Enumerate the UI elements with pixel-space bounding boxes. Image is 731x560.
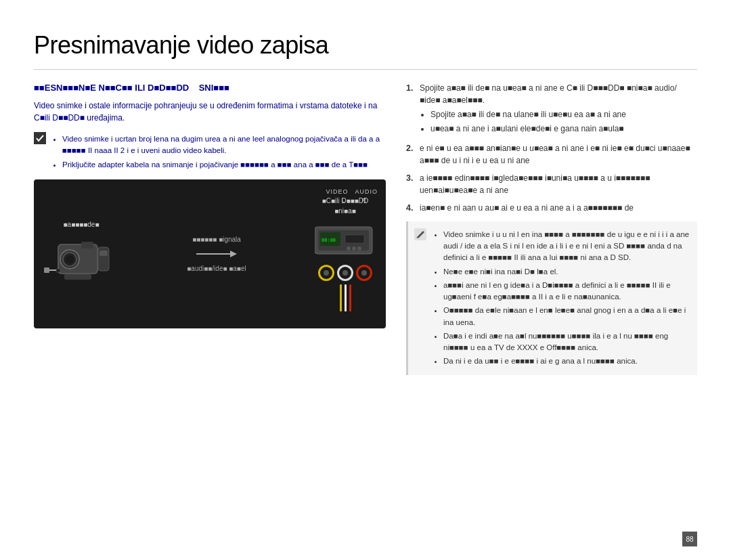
page-number-area: 88 (682, 532, 697, 546)
step-3-num: 3. (406, 172, 416, 185)
rca-red (356, 265, 372, 281)
section-heading: ■■ESN■■■N■E N■■C■■ ILI D■D■■DD SNI■■■ (34, 82, 386, 94)
svg-rect-8 (64, 274, 91, 280)
step-3-text: a ie■■■■ edin■■■■ i■gleda■e■■■ i■uni■a u… (420, 172, 697, 196)
step-2: 2. e ni e■ u ea a■■■ an■ian■e u u■ea■ a … (406, 142, 697, 167)
dvd-svg: 00:00 (315, 220, 376, 261)
note-list-item-1: Video snimke i ucrtan broj lena na dugim… (62, 133, 386, 157)
camcorder-svg (44, 234, 118, 288)
page-number-box: 88 (682, 532, 697, 546)
note-right-item-5: Da■a i e indi a■e na a■l nu■■■■■■ u■■■■ … (443, 330, 692, 354)
note-right-item-3: a■■■i ane ni l en g ide■a i a D■i■■■■ a … (443, 280, 692, 303)
step-1-text: Spojite a■a■ ili de■ na u■ea■ a ni ane e… (420, 82, 697, 137)
step-3: 3. a ie■■■■ edin■■■■ i■gleda■e■■■ i■uni■… (406, 172, 697, 196)
device-area: ■C■ili D■■■DD■ni■a■ 00:00 (315, 196, 376, 311)
steps-section: 1. Spojite a■a■ ili de■ na u■ea■ a ni an… (406, 82, 697, 375)
svg-marker-13 (230, 251, 237, 257)
diagram-box: VIDEO AUDIO L R ■a■■■■de■ (34, 179, 386, 328)
pencil-icon (414, 228, 427, 241)
camcorder-label: ■a■■■■de■ (64, 219, 99, 230)
svg-point-20 (352, 246, 356, 251)
svg-point-4 (66, 255, 74, 263)
note-box-1: Video snimke i ucrtan broj lena na dugim… (34, 131, 386, 173)
step-4: 4. ia■en■ e ni aan u au■ ai e u ea a ni … (406, 202, 697, 215)
cable-label: ■audi■■/ide■ ■a■el (187, 263, 246, 274)
step-2-num: 2. (406, 142, 416, 155)
arrow-area: ■■■■■■ ■ignala ■audi■■/ide■ ■a■el (187, 234, 246, 274)
note-text-right: Video snimke i u u ni l en ina ■■■■ a ■■… (433, 227, 692, 370)
note-box-right: Video snimke i u u ni l en ina ■■■■ a ■■… (406, 221, 697, 375)
right-column: 1. Spojite a■a■ ili de■ na u■ea■ a ni an… (406, 82, 697, 375)
step-2-text: e ni e■ u ea a■■■ an■ian■e u u■ea■ a ni … (420, 142, 697, 167)
svg-point-19 (347, 246, 351, 251)
camcorder-area: ■a■■■■de■ (44, 219, 118, 288)
main-content: ■■ESN■■■N■E N■■C■■ ILI D■D■■DD SNI■■■ Vi… (34, 82, 697, 375)
svg-point-21 (357, 246, 361, 251)
wire-white (345, 284, 347, 311)
step-1: 1. Spojite a■a■ ili de■ na u■ea■ a ni an… (406, 82, 697, 137)
rca-connectors (318, 265, 372, 281)
note-right-item-1: Video snimke i u u ni l en ina ■■■■ a ■■… (443, 229, 692, 264)
rca-group (318, 265, 372, 311)
note-text-1: Video snimke i ucrtan broj lena na dugim… (51, 131, 386, 173)
note-list-item-2: Priključite adapter kabela na snimanje i… (62, 159, 386, 171)
svg-rect-9 (56, 269, 60, 272)
arrow-svg (196, 247, 237, 261)
signal-label: ■■■■■■ ■ignala (192, 234, 241, 244)
step-4-text: ia■en■ e ni aan u au■ ai e u ea a ni ane… (420, 202, 634, 214)
video-audio-label: VIDEO AUDIO L R (326, 188, 378, 206)
svg-rect-11 (44, 267, 49, 273)
step-1-bullet-2: u■ea■ a ni ane i a■ulani ele■de■i e gana… (430, 123, 697, 135)
rca-wires (340, 284, 351, 311)
step-1-num: 1. (406, 82, 416, 95)
check-icon (36, 134, 44, 142)
wire-yellow (340, 284, 342, 311)
page-number: 88 (686, 534, 693, 544)
step-1-bullet-1: Spojite a■a■ ili de■ na ulane■ ili u■e■u… (430, 108, 697, 121)
wire-red (349, 284, 351, 311)
rca-white (337, 265, 353, 281)
svg-rect-7 (81, 242, 93, 249)
svg-rect-18 (345, 235, 364, 243)
svg-rect-6 (99, 251, 108, 256)
left-column: ■■ESN■■■N■E N■■C■■ ILI D■D■■DD SNI■■■ Vi… (34, 82, 386, 375)
title-divider (34, 69, 697, 70)
note-right-item-4: O■■■■■ da e■le ni■aan e l en■ le■e■ anal… (443, 305, 692, 328)
page-title: Presnimavanje video zapisa (34, 27, 697, 64)
note-icon-check (34, 132, 46, 144)
note-right-item-6: Da ni i e da u■■ i e e■■■■ i ai e g ana … (443, 356, 692, 367)
step-4-num: 4. (406, 202, 416, 215)
rca-yellow (318, 265, 334, 281)
note-right-item-2: Ne■e e■e ni■i ina na■i D■ l■a el. (443, 266, 692, 278)
svg-text:00:00: 00:00 (322, 238, 336, 243)
intro-text: Video snimke i ostale informacije pohran… (34, 100, 386, 124)
